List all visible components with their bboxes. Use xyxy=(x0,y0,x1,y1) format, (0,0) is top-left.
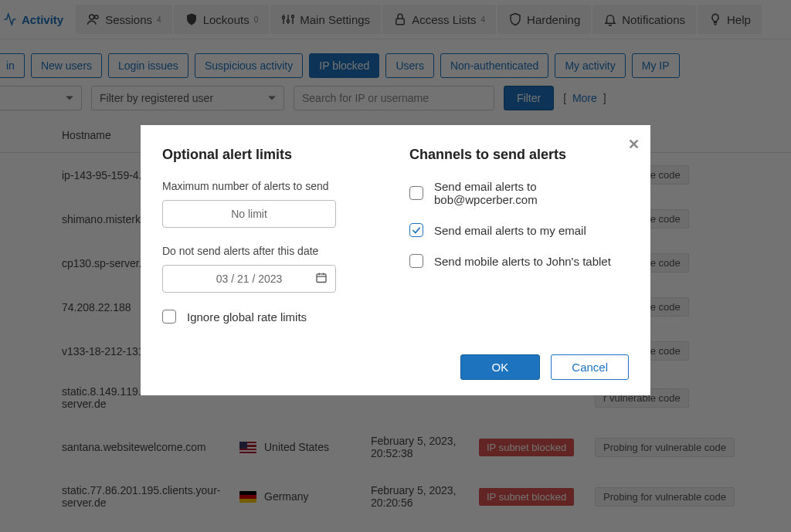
cancel-button[interactable]: Cancel xyxy=(551,354,629,380)
calendar-icon xyxy=(315,272,328,286)
modal-overlay: ✕ Optional alert limits Maximum number o… xyxy=(0,0,791,532)
heading-channels: Channels to send alerts xyxy=(409,147,629,163)
input-max-alerts[interactable]: No limit xyxy=(162,200,336,228)
checkbox-chan-mobile[interactable] xyxy=(409,254,423,268)
label-chan-my-email: Send email alerts to my email xyxy=(434,224,586,237)
label-chan-email: Send email alerts to bob@wpcerber.com xyxy=(434,180,629,206)
alert-limits-modal: ✕ Optional alert limits Maximum number o… xyxy=(141,125,650,395)
close-icon[interactable]: ✕ xyxy=(628,136,640,153)
checkbox-chan-email[interactable] xyxy=(409,186,423,200)
row-ignore-global[interactable]: Ignore global rate limits xyxy=(162,310,382,324)
modal-left-col: Optional alert limits Maximum number of … xyxy=(162,147,382,341)
svg-rect-9 xyxy=(317,274,326,283)
modal-right-col: Channels to send alerts Send email alert… xyxy=(409,147,629,341)
label-chan-mobile: Send mobile alerts to John's tablet xyxy=(434,255,611,268)
row-chan-my-email[interactable]: Send email alerts to my email xyxy=(409,223,629,237)
modal-button-row: OK Cancel xyxy=(162,354,629,380)
row-chan-mobile[interactable]: Send mobile alerts to John's tablet xyxy=(409,254,629,268)
heading-limits: Optional alert limits xyxy=(162,147,382,163)
input-until-date[interactable]: 03 / 21 / 2023 xyxy=(162,265,336,293)
row-chan-email[interactable]: Send email alerts to bob@wpcerber.com xyxy=(409,180,629,206)
ok-button[interactable]: OK xyxy=(460,354,541,380)
label-max-alerts: Maximum number of alerts to send xyxy=(162,180,382,192)
checkbox-ignore-global[interactable] xyxy=(162,310,176,324)
label-ignore-global: Ignore global rate limits xyxy=(187,310,307,324)
label-until-date: Do not send alerts after this date xyxy=(162,245,382,257)
checkbox-chan-my-email[interactable] xyxy=(409,223,423,237)
